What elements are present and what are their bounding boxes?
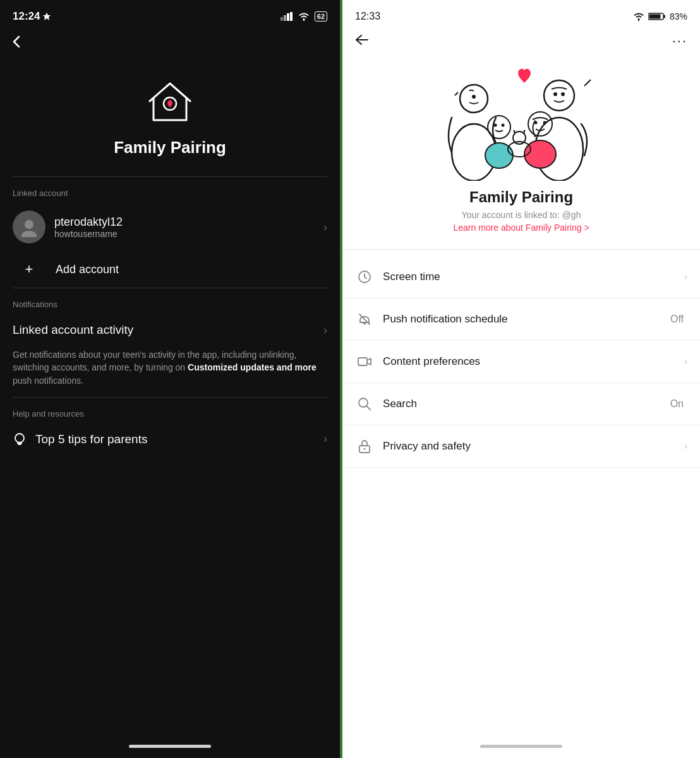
- left-clock: 12:24: [13, 10, 40, 23]
- svg-point-39: [364, 448, 366, 450]
- search-icon: [355, 394, 374, 413]
- lock-icon: [355, 437, 374, 456]
- family-illustration: [433, 54, 610, 181]
- account-chevron-icon: ›: [323, 221, 327, 234]
- help-section-label: Help and resources: [13, 398, 327, 424]
- bell-slash-icon: [355, 310, 374, 329]
- location-icon: [43, 13, 51, 20]
- right-hero: Family Pairing Your account is linked to…: [342, 54, 700, 243]
- svg-point-5: [25, 220, 33, 229]
- right-back-icon: [355, 34, 369, 46]
- svg-line-37: [366, 406, 370, 410]
- search-item[interactable]: Search On: [342, 383, 700, 425]
- left-status-bar: 12:24 62: [0, 0, 340, 28]
- wifi-icon: [298, 12, 310, 21]
- add-account-label: Add account: [56, 263, 119, 276]
- learn-more-link[interactable]: Learn more about Family Pairing >: [453, 223, 589, 233]
- left-panel: 12:24 62: [0, 0, 340, 758]
- svg-point-20: [488, 116, 510, 138]
- account-name: pterodaktyl12: [54, 216, 323, 229]
- notifications-description: Get notifications about your teen's acti…: [13, 346, 327, 397]
- privacy-safety-chevron-icon: ›: [684, 441, 687, 452]
- right-battery-icon: [648, 12, 666, 21]
- right-divider-main: [342, 249, 700, 250]
- right-battery-pct: 83%: [670, 11, 687, 21]
- plus-icon: +: [13, 261, 45, 278]
- privacy-safety-label: Privacy and safety: [383, 440, 684, 453]
- svg-point-17: [561, 92, 565, 96]
- right-clock: 12:33: [355, 11, 380, 22]
- battery-icon: 62: [315, 11, 327, 21]
- svg-point-22: [502, 124, 505, 127]
- help-section: Help and resources Top 5 tips for parent…: [0, 398, 340, 455]
- content-preferences-item[interactable]: Content preferences ›: [342, 341, 700, 383]
- svg-point-15: [544, 80, 574, 111]
- screen-time-item[interactable]: Screen time ›: [342, 256, 700, 298]
- svg-line-32: [584, 80, 591, 86]
- search-value: On: [670, 398, 684, 410]
- house-icon: [145, 77, 195, 128]
- right-status-bar: 12:33 83%: [342, 0, 700, 28]
- privacy-safety-item[interactable]: Privacy and safety ›: [342, 425, 700, 468]
- svg-point-26: [543, 121, 546, 125]
- right-subtitle: Your account is linked to: @gh: [462, 210, 581, 220]
- svg-point-7: [15, 434, 24, 443]
- right-home-indicator: [480, 745, 562, 748]
- right-panel: 12:33 83% ···: [342, 0, 700, 758]
- svg-rect-0: [281, 17, 283, 21]
- push-notification-value: Off: [670, 314, 684, 325]
- account-username: howtousername: [54, 229, 323, 239]
- tips-item-left: Top 5 tips for parents: [13, 432, 147, 446]
- svg-line-31: [456, 94, 457, 94]
- linked-account-item[interactable]: pterodaktyl12 howtousername ›: [0, 203, 340, 251]
- linked-activity-label: Linked account activity: [13, 323, 133, 337]
- svg-rect-1: [284, 15, 286, 21]
- svg-rect-2: [287, 13, 289, 21]
- more-dots-icon: ···: [672, 33, 687, 49]
- notifications-chevron-icon: ›: [323, 324, 327, 337]
- right-header: ···: [342, 28, 700, 54]
- more-options-button[interactable]: ···: [672, 33, 687, 49]
- screen-time-chevron-icon: ›: [684, 271, 687, 283]
- content-preferences-label: Content preferences: [383, 355, 684, 368]
- notifications-section-label: Notifications: [13, 288, 327, 314]
- left-title: Family Pairing: [114, 138, 226, 157]
- tips-label: Top 5 tips for parents: [35, 432, 147, 446]
- svg-rect-3: [290, 12, 293, 21]
- tips-item[interactable]: Top 5 tips for parents ›: [13, 424, 327, 455]
- notifications-section: Notifications Linked account activity › …: [0, 288, 340, 397]
- right-back-button[interactable]: [355, 34, 369, 48]
- tips-chevron-icon: ›: [323, 432, 327, 446]
- push-notification-label: Push notification schedule: [383, 313, 670, 326]
- back-button[interactable]: [0, 28, 340, 58]
- right-title: Family Pairing: [469, 188, 573, 206]
- svg-point-16: [553, 92, 557, 96]
- svg-rect-10: [663, 15, 665, 18]
- right-wifi-icon: [633, 12, 644, 21]
- content-preferences-chevron-icon: ›: [684, 356, 687, 367]
- account-info: pterodaktyl12 howtousername: [54, 216, 323, 239]
- linked-activity-item[interactable]: Linked account activity ›: [13, 314, 327, 346]
- left-chevron-icon: [13, 35, 20, 48]
- svg-point-14: [472, 95, 476, 99]
- add-account-button[interactable]: + Add account: [0, 251, 340, 288]
- search-label: Search: [383, 398, 670, 410]
- left-time: 12:24: [13, 10, 51, 23]
- avatar: [13, 211, 45, 243]
- video-icon: [355, 352, 374, 371]
- svg-rect-11: [649, 15, 660, 19]
- left-hero: Family Pairing: [0, 58, 340, 176]
- linked-account-section-label: Linked account: [0, 177, 340, 203]
- notifications-bold: Customized updates and more: [188, 362, 317, 372]
- signal-icon: [281, 12, 293, 21]
- svg-point-6: [21, 231, 37, 237]
- clock-icon: [355, 267, 374, 286]
- lightbulb-icon: [13, 432, 27, 446]
- notifications-desc-2: push notifications.: [13, 376, 83, 386]
- svg-point-24: [528, 112, 552, 136]
- push-notification-item[interactable]: Push notification schedule Off: [342, 298, 700, 341]
- right-status-icons: 83%: [633, 11, 687, 21]
- svg-rect-35: [358, 358, 367, 365]
- avatar-icon: [19, 217, 39, 237]
- home-indicator: [129, 745, 211, 748]
